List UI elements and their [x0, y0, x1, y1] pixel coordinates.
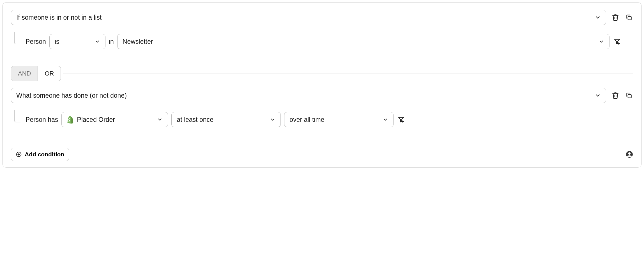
condition-2-subrow: Person has Placed Order at least once ov…: [11, 112, 633, 127]
condition-type-label: If someone is in or not in a list: [16, 14, 102, 21]
or-toggle[interactable]: OR: [38, 66, 61, 81]
chevron-down-icon: [270, 117, 275, 122]
prefix-label: Person has: [26, 116, 58, 124]
delete-condition-button[interactable]: [611, 91, 620, 100]
add-filter-button[interactable]: [613, 37, 621, 46]
chevron-down-icon: [383, 117, 388, 122]
or-label: OR: [45, 70, 54, 77]
condition-block-2: What someone has done (or not done) Pers…: [11, 88, 633, 127]
profile-icon[interactable]: [626, 151, 633, 158]
event-select[interactable]: Placed Order: [61, 112, 168, 127]
condition-type-label: What someone has done (or not done): [16, 92, 127, 99]
operator-value: is: [55, 38, 59, 45]
divider: [11, 143, 633, 143]
plus-circle-icon: [16, 151, 22, 157]
add-condition-label: Add condition: [25, 151, 64, 158]
chevron-down-icon: [599, 39, 604, 44]
add-filter-button[interactable]: [397, 115, 405, 124]
prefix-label: Person: [26, 38, 46, 45]
logic-connector-row: AND OR: [11, 66, 633, 81]
footer-row: Add condition: [11, 148, 633, 161]
list-select[interactable]: Newsletter: [117, 34, 610, 49]
list-value: Newsletter: [123, 38, 153, 45]
shopify-icon: [67, 115, 74, 124]
operator-select[interactable]: is: [49, 34, 105, 49]
condition-block-1: If someone is in or not in a list Person…: [11, 10, 633, 49]
frequency-value: at least once: [177, 116, 213, 124]
delete-condition-button[interactable]: [611, 13, 620, 22]
chevron-down-icon: [95, 39, 100, 44]
svg-rect-0: [628, 17, 631, 20]
and-label: AND: [18, 70, 31, 77]
frequency-select[interactable]: at least once: [171, 112, 281, 127]
tree-connector: [14, 110, 20, 122]
timeframe-select[interactable]: over all time: [284, 112, 394, 127]
chevron-down-icon: [595, 92, 601, 99]
joiner-label: in: [109, 38, 114, 45]
chevron-down-icon: [157, 117, 163, 122]
and-toggle[interactable]: AND: [11, 66, 38, 81]
condition-type-select[interactable]: What someone has done (or not done): [11, 88, 606, 103]
svg-point-12: [628, 152, 631, 155]
tree-connector: [14, 32, 20, 44]
segment-builder-panel: If someone is in or not in a list Person…: [2, 2, 642, 168]
condition-1-subrow: Person is in Newsletter: [11, 34, 633, 49]
condition-type-select[interactable]: If someone is in or not in a list: [11, 10, 606, 25]
add-condition-button[interactable]: Add condition: [11, 148, 69, 161]
connector-line: [63, 74, 633, 74]
duplicate-condition-button[interactable]: [625, 13, 633, 22]
chevron-down-icon: [595, 14, 601, 20]
and-or-toggle: AND OR: [11, 66, 61, 81]
timeframe-value: over all time: [289, 116, 324, 124]
svg-rect-4: [628, 95, 631, 98]
event-value: Placed Order: [77, 116, 115, 124]
duplicate-condition-button[interactable]: [625, 91, 633, 100]
